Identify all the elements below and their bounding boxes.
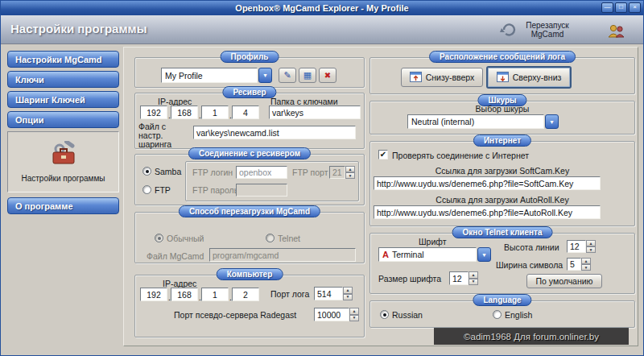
internet-check-checkbox[interactable]: ✔ — [378, 150, 388, 159]
skin-select-label: Выбор шкуры — [370, 104, 634, 114]
users-icon[interactable] — [606, 23, 627, 43]
receiver-ip-octet-3[interactable]: 1 — [201, 106, 229, 119]
profile-select-value: My Profile — [161, 68, 258, 83]
group-reload-method: Способ перезагрузки MgCamd Обычный Telne… — [134, 212, 365, 263]
close-button[interactable]: × — [629, 2, 641, 13]
font-size-spinner[interactable]: 12 ▲ ▼ — [449, 271, 478, 285]
reload-normal-radio[interactable] — [155, 234, 163, 242]
ftp-password-label: FTP пароль — [192, 185, 238, 195]
group-skins: Шкуры Выбор шкуры Neutral (internal) ▼ — [369, 101, 635, 135]
receiver-ip-octet-2[interactable]: 168 — [171, 106, 198, 119]
spin-down-icon[interactable]: ▼ — [586, 246, 596, 253]
default-button[interactable]: По умолчанию — [526, 274, 602, 288]
profile-edit-button[interactable]: ✎ — [279, 68, 296, 83]
ftp-port-spinner[interactable]: 21 ▲ ▼ — [329, 166, 355, 179]
restart-mgcamd-label[interactable]: Перезапуск MgCamd — [519, 21, 576, 39]
spin-down-icon[interactable]: ▼ — [349, 315, 359, 322]
ftp-login-label: FTP логин — [192, 168, 233, 177]
sidebar-panel-label: Настройки программы — [21, 174, 105, 183]
minimize-button[interactable]: — — [601, 2, 613, 13]
spin-down-icon[interactable]: ▼ — [581, 264, 591, 271]
spin-up-icon[interactable]: ▲ — [581, 258, 591, 264]
group-telnet-window: Окно Telnet клиента Шрифт A Terminal ▼ В… — [369, 233, 635, 294]
sidebar-item-key-sharing[interactable]: Шаринг Ключей — [7, 91, 119, 108]
internet-check-label[interactable]: Проверять соединение с Интернет — [392, 151, 529, 160]
reload-telnet-radio[interactable] — [266, 234, 275, 242]
spin-down-icon[interactable]: ▼ — [345, 172, 355, 179]
group-internet-title: Интернет — [473, 135, 531, 147]
font-size-label: Размер шрифта — [378, 274, 441, 284]
spin-up-icon[interactable]: ▲ — [349, 308, 359, 315]
profile-delete-button[interactable]: ✖ — [319, 68, 336, 83]
spin-down-icon[interactable]: ▼ — [469, 279, 478, 286]
font-select-value: Terminal — [392, 250, 424, 259]
group-log-position-title: Расположение сообщений лога — [429, 51, 576, 63]
font-a-icon: A — [382, 250, 389, 259]
samba-radio[interactable] — [142, 167, 151, 176]
computer-ip-octet-1[interactable]: 192 — [140, 288, 167, 301]
group-connection-title: Соединение с ресивером — [188, 147, 311, 159]
receiver-ip-octet-1[interactable]: 192 — [140, 106, 167, 119]
samba-label[interactable]: Samba — [155, 167, 181, 176]
sidebar-item-options[interactable]: Опции — [7, 111, 119, 128]
sidebar-options-panel[interactable]: Настройки программы — [7, 131, 119, 192]
group-internet: Интернет ✔ Проверять соединение с Интерн… — [369, 141, 635, 226]
group-log-position: Расположение сообщений лога Снизу-вверх … — [369, 57, 635, 94]
chevron-down-icon[interactable]: ▼ — [477, 247, 491, 262]
spin-up-icon[interactable]: ▲ — [343, 287, 353, 294]
spin-up-icon[interactable]: ▲ — [345, 166, 355, 172]
save-icon: ▦ — [303, 70, 312, 81]
log-bottom-up-button[interactable]: Снизу-вверх — [401, 68, 483, 87]
profile-save-button[interactable]: ▦ — [299, 68, 316, 83]
maximize-button[interactable]: □ — [615, 2, 627, 13]
group-telnet-title: Окно Telnet клиента — [452, 226, 553, 238]
ftp-password-field[interactable] — [236, 184, 287, 197]
reload-normal-label: Обычный — [167, 234, 204, 243]
font-label: Шрифт — [419, 237, 447, 246]
softcam-url-field[interactable]: http://www.uydu.ws/deneme6.php?file=Soft… — [374, 176, 601, 190]
receiver-ip-octet-4[interactable]: 4 — [232, 106, 259, 119]
spin-up-icon[interactable]: ▲ — [586, 240, 596, 246]
restart-mgcamd-icon[interactable] — [500, 22, 518, 41]
ftp-label[interactable]: FTP — [155, 185, 171, 195]
group-profile: Профиль My Profile ▼ ✎ ▦ ✖ — [134, 57, 365, 88]
radegast-port-spinner[interactable]: 10000 ▲ ▼ — [314, 308, 359, 321]
char-width-label: Ширина символа — [496, 260, 563, 270]
char-width-spinner[interactable]: 5 ▲ ▼ — [567, 258, 591, 271]
language-russian-radio[interactable] — [380, 310, 389, 319]
computer-ip-octet-3[interactable]: 1 — [201, 288, 229, 301]
mgcamd-file-field[interactable]: program/mgcamd — [209, 248, 356, 262]
font-select[interactable]: A Terminal ▼ — [378, 247, 491, 262]
skin-select-value: Neutral (internal) — [407, 114, 544, 129]
line-height-label: Высота линии — [504, 242, 559, 252]
computer-ip-octet-4[interactable]: 2 — [232, 288, 259, 301]
sidebar-item-about[interactable]: О программе — [7, 197, 119, 214]
autoroll-url-field[interactable]: http://www.uydu.ws/deneme6.php?file=Auto… — [374, 205, 601, 219]
group-language: Language Russian English — [369, 300, 635, 328]
log-port-spinner[interactable]: 514 ▲ ▼ — [314, 287, 353, 300]
spin-down-icon[interactable]: ▼ — [343, 294, 353, 301]
line-height-spinner[interactable]: 12 ▲ ▼ — [567, 240, 596, 253]
titlebar[interactable]: Openbox® MgCamd Explorer - My Profile — … — [1, 1, 643, 15]
spin-up-icon[interactable]: ▲ — [469, 271, 478, 279]
check-icon: ✔ — [380, 150, 386, 159]
chevron-down-icon[interactable]: ▼ — [258, 68, 272, 83]
sidebar-item-mgcamd-settings[interactable]: Настройки MgCamd — [7, 51, 119, 68]
computer-ip-octet-2[interactable]: 168 — [171, 288, 198, 301]
keys-folder-field[interactable]: var\keys — [269, 106, 361, 119]
sidebar-item-keys[interactable]: Ключи — [7, 71, 119, 88]
skin-select[interactable]: Neutral (internal) ▼ — [407, 114, 559, 129]
delete-icon: ✖ — [324, 71, 331, 80]
chevron-down-icon[interactable]: ▼ — [545, 114, 559, 129]
sharing-file-field[interactable]: var\keys\newcamd.list — [193, 126, 356, 139]
ftp-login-field[interactable]: openbox — [236, 166, 287, 179]
language-english-label[interactable]: English — [505, 310, 532, 320]
language-russian-label[interactable]: Russian — [392, 310, 423, 320]
group-computer: Компьютер IP-адрес 192 . 168 . 1 . 2 Пор… — [134, 275, 365, 337]
group-computer-title: Компьютер — [217, 268, 283, 280]
app-window: Openbox® MgCamd Explorer - My Profile — … — [0, 0, 644, 356]
profile-select[interactable]: My Profile ▼ — [161, 68, 272, 83]
log-top-down-button[interactable]: Сверху-вниз — [486, 66, 572, 89]
language-english-radio[interactable] — [493, 310, 502, 319]
ftp-radio[interactable] — [142, 185, 151, 194]
